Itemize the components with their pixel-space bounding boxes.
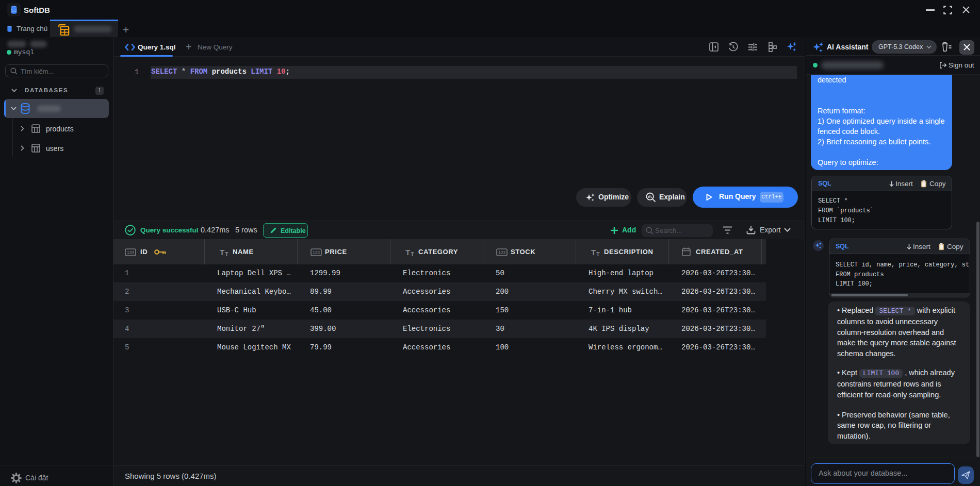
svg-text:123: 123 — [127, 250, 134, 255]
svg-text:123: 123 — [313, 250, 320, 255]
svg-text:123: 123 — [498, 250, 505, 255]
